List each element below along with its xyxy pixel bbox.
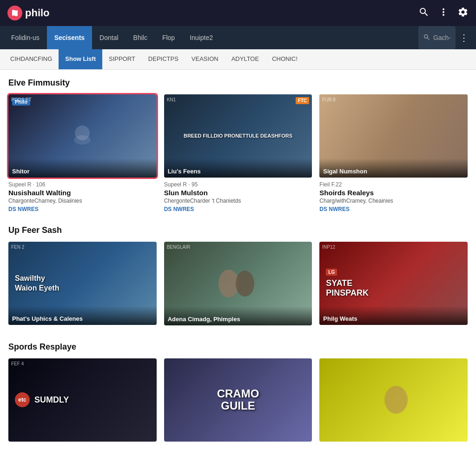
card-3-bottom-label: Sigal Numshon [319, 159, 468, 178]
card-6[interactable]: LG SYATEPINSPARK INP12 Philg Weats [319, 242, 468, 329]
card-1-top-label: PODS ET [11, 97, 32, 102]
card-1-meta: Supeel R · 106 [8, 181, 157, 188]
card-5-bottom-label: Adena Cimadg, Phimples [164, 306, 312, 325]
card-2-channels: ChergonteCharder 't Chanietds [164, 198, 312, 204]
more-button[interactable]: ⋮ [456, 26, 472, 49]
section-2-cards: SawilthyWaion Eyeth FEN 2 Phat's Uphics … [8, 242, 468, 329]
card-5-top-label: BENGLAIR [167, 245, 191, 250]
card-4-thumb: SawilthyWaion Eyeth FEN 2 Phat's Uphics … [8, 242, 157, 325]
sub-nav-item-5[interactable]: ADYLTOE [225, 49, 265, 69]
card-7-top-label: FEF 4 [11, 361, 24, 366]
card-8-thumb: CRAMOGUILE [164, 358, 312, 442]
section-1-cards: Philo PODS ET Shitor Supeel R · 106 Nusi… [8, 94, 468, 212]
card-5-thumb: BENGLAIR Adena Cimadg, Phimples [164, 242, 312, 325]
card-4-top-label: FEN 2 [11, 245, 24, 250]
card-3-link[interactable]: ds NWRES [319, 206, 468, 212]
search-placeholder: Gach- [433, 34, 451, 41]
settings-icon[interactable] [457, 7, 469, 20]
card-7-overlay-text: SUMDLY [34, 395, 69, 405]
card-2-bottom-label: Liu's Feens [164, 159, 312, 178]
card-7-overlay: etc SUMDLY [8, 358, 157, 442]
card-2-top-label: KN1 [167, 97, 176, 102]
sub-nav-item-2[interactable]: SIPPORT [102, 49, 142, 69]
section-1-title: Elve Fimmusity [8, 78, 468, 88]
sub-nav-item-3[interactable]: DEPICTPS [142, 49, 185, 69]
card-6-thumb: LG SYATEPINSPARK INP12 Philg Weats [319, 242, 468, 325]
main-content: Elve Fimmusity Philo PODS ET Shitor [0, 70, 476, 467]
card-6-overlay-text: SYATEPINSPARK [326, 278, 369, 298]
card-7-thumb: etc SUMDLY FEF 4 [8, 358, 157, 442]
card-6-badge: LG [326, 269, 337, 276]
card-2-thumb: FTC BREED FILLDIO PRONETTULE DEASHFORS K… [164, 94, 312, 178]
card-3[interactable]: FUB 8 Sigal Numshon Fieil F.22 Shoirds R… [319, 94, 468, 212]
card-2[interactable]: FTC BREED FILLDIO PRONETTULE DEASHFORS K… [164, 94, 312, 212]
card-7-badge: etc [15, 392, 30, 407]
more-vert-icon[interactable] [438, 7, 449, 20]
card-8-overlay: CRAMOGUILE [164, 358, 312, 442]
card-7[interactable]: etc SUMDLY FEF 4 [8, 358, 157, 445]
nav-item-3[interactable]: Bhilc [126, 26, 155, 49]
nav-item-1[interactable]: Secisents [47, 26, 92, 49]
section-3-title: Spords Resplaye [8, 342, 468, 352]
section-3: Spords Resplaye etc SUMDLY FEF 4 CRAMOGU… [8, 342, 468, 445]
card-2-link[interactable]: ds NWRES [164, 206, 312, 212]
svg-point-1 [74, 135, 91, 145]
card-4-bottom-label: Phat's Uphics & Calenes [8, 306, 157, 325]
card-4-overlay-text: SawilthyWaion Eyeth [15, 274, 150, 293]
card-1[interactable]: Philo PODS ET Shitor Supeel R · 106 Nusi… [8, 94, 157, 212]
svg-point-3 [236, 271, 254, 297]
logo: philo [7, 6, 50, 20]
card-2-overlay-text: BREED FILLDIO PRONETTULE DEASHFORS [184, 132, 292, 139]
card-6-bottom-label: Philg Weats [319, 306, 468, 325]
card-2-title: Slun Mulston [164, 189, 312, 197]
sub-nav: CIHDANCFING Show Lisft SIPPORT DEPICTPS … [0, 49, 476, 70]
card-5[interactable]: BENGLAIR Adena Cimadg, Phimples [164, 242, 312, 329]
section-2-title: Up Feer Sash [8, 225, 468, 235]
top-nav: philo [0, 0, 476, 26]
sub-nav-item-0[interactable]: CIHDANCFING [4, 49, 59, 69]
card-6-top-label: INP12 [322, 245, 335, 250]
svg-point-4 [384, 386, 408, 414]
card-9-overlay [319, 358, 468, 442]
nav-item-5[interactable]: Inuipte2 [182, 26, 220, 49]
card-1-bottom-label: Shitor [8, 159, 157, 178]
search-small-icon [423, 33, 430, 42]
sub-nav-item-6[interactable]: CHONIC! [265, 49, 304, 69]
card-3-top-label: FUB 8 [322, 97, 335, 102]
section-1: Elve Fimmusity Philo PODS ET Shitor [8, 78, 468, 212]
card-8[interactable]: CRAMOGUILE [164, 358, 312, 445]
card-1-thumb: Philo PODS ET Shitor [8, 94, 157, 178]
logo-text: philo [25, 7, 50, 19]
nav-item-2[interactable]: Dontal [92, 26, 126, 49]
card-4[interactable]: SawilthyWaion Eyeth FEN 2 Phat's Uphics … [8, 242, 157, 329]
card-2-meta: Supeel R · 95 [164, 181, 312, 188]
nav-item-4[interactable]: Flop [155, 26, 182, 49]
card-8-overlay-text: CRAMOGUILE [217, 388, 259, 412]
section-2: Up Feer Sash SawilthyWaion Eyeth FEN 2 P… [8, 225, 468, 329]
main-nav: Folidin-us Secisents Dontal Bhilc Flop I… [0, 26, 476, 49]
card-3-thumb: FUB 8 Sigal Numshon [319, 94, 468, 178]
logo-icon [7, 6, 22, 20]
section-3-cards: etc SUMDLY FEF 4 CRAMOGUILE [8, 358, 468, 445]
search-icon[interactable] [418, 7, 430, 20]
card-1-title: Nusishault Walting [8, 189, 157, 197]
card-1-link[interactable]: ds NWRES [8, 206, 157, 212]
card-3-title: Shoirds Realeys [319, 189, 468, 197]
card-6-badge-row: LG [326, 269, 337, 276]
sub-nav-item-4[interactable]: VEASION [185, 49, 225, 69]
card-9-thumb [319, 358, 468, 442]
card-9[interactable] [319, 358, 468, 445]
card-1-img-text [60, 120, 105, 152]
card-1-channels: ChargonteCharney, Disaiinies [8, 198, 157, 204]
top-nav-icons [418, 7, 469, 20]
sub-nav-item-1[interactable]: Show Lisft [59, 49, 102, 69]
card-3-channels: Charg/withCramey, Cheainies [319, 198, 468, 204]
main-nav-search[interactable]: Gach- [418, 26, 456, 49]
nav-item-0[interactable]: Folidin-us [4, 26, 47, 49]
card-3-meta: Fieil F.22 [319, 181, 468, 188]
